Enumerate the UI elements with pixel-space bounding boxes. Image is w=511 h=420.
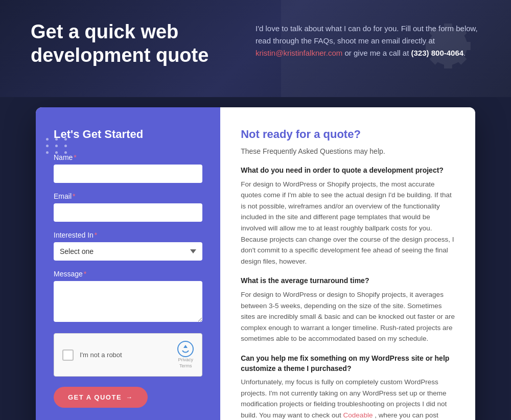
- form-title: Let's Get Started: [54, 128, 202, 141]
- faq-item-3: Can you help me fix something on my Word…: [241, 354, 455, 420]
- svg-point-0: [178, 341, 193, 357]
- faq-question-2: What is the average turnaround time?: [241, 276, 455, 286]
- recaptcha-text: I'm not a robot: [80, 351, 122, 359]
- faq-answer-3: Unfortunately, my focus is fully on comp…: [241, 377, 455, 420]
- codeable-link[interactable]: Codeable: [343, 411, 373, 419]
- message-label: Message*: [54, 270, 202, 278]
- interested-label: Interested In*: [54, 231, 202, 239]
- dot: [46, 145, 49, 147]
- submit-button[interactable]: GET A QUOTE →: [54, 387, 148, 408]
- interested-field-group: Interested In* Select one WordPress Deve…: [54, 231, 202, 261]
- submit-label: GET A QUOTE: [68, 393, 122, 401]
- dots-decoration: [46, 138, 69, 154]
- faq-title: Not ready for a quote?: [241, 128, 455, 141]
- name-required-star: *: [74, 153, 76, 161]
- recaptcha-icon: [177, 341, 194, 357]
- recaptcha-left: I'm not a robot: [62, 349, 122, 361]
- message-textarea[interactable]: [54, 281, 202, 322]
- faq-item-2: What is the average turnaround time? For…: [241, 276, 455, 344]
- name-field-group: Name*: [54, 153, 202, 183]
- interested-required-star: *: [95, 231, 97, 239]
- email-required-star: *: [73, 192, 75, 200]
- hero-email-link[interactable]: kristin@kristinfalkner.com: [256, 49, 342, 57]
- message-field-group: Message*: [54, 270, 202, 324]
- dot: [55, 138, 58, 141]
- card-container: Let's Get Started Name* Email* Intereste…: [36, 107, 475, 420]
- recaptcha-checkbox[interactable]: [62, 349, 74, 361]
- dot: [55, 145, 58, 147]
- form-panel: Let's Get Started Name* Email* Intereste…: [36, 107, 220, 420]
- email-field-group: Email*: [54, 192, 202, 222]
- gear-bg-icon: [399, 5, 480, 87]
- name-input[interactable]: [54, 165, 202, 183]
- recaptcha-logo: Privacy Terms: [177, 341, 194, 369]
- message-required-star: *: [84, 270, 86, 278]
- dot: [46, 151, 49, 154]
- faq-panel: Not ready for a quote? These Frequently …: [220, 107, 475, 420]
- dot: [46, 138, 49, 141]
- name-label: Name*: [54, 153, 202, 161]
- dot: [55, 151, 58, 154]
- recaptcha-brand: Privacy Terms: [178, 357, 193, 369]
- interested-select[interactable]: Select one WordPress Development Shopify…: [54, 242, 202, 261]
- submit-arrow: →: [126, 393, 133, 401]
- faq-question-3: Can you help me fix something on my Word…: [241, 354, 455, 374]
- faq-answer-2: For design to WordPress or design to Sho…: [241, 289, 455, 344]
- hero-title: Get a quick web development quote: [31, 20, 225, 67]
- faq-answer-1: For design to WordPress or Shopify proje…: [241, 179, 455, 267]
- hero-section: Get a quick web development quote I'd lo…: [0, 0, 511, 97]
- dot: [64, 145, 67, 147]
- faq-question-1: What do you need in order to quote a dev…: [241, 166, 455, 176]
- faq-intro: These Frequently Asked Questions may hel…: [241, 147, 455, 155]
- recaptcha-widget[interactable]: I'm not a robot Privacy Terms: [54, 333, 202, 377]
- dot: [64, 138, 67, 141]
- email-label: Email*: [54, 192, 202, 200]
- faq-item-1: What do you need in order to quote a dev…: [241, 166, 455, 267]
- main-content: Let's Get Started Name* Email* Intereste…: [0, 97, 511, 420]
- dot: [64, 151, 67, 154]
- email-input[interactable]: [54, 203, 202, 222]
